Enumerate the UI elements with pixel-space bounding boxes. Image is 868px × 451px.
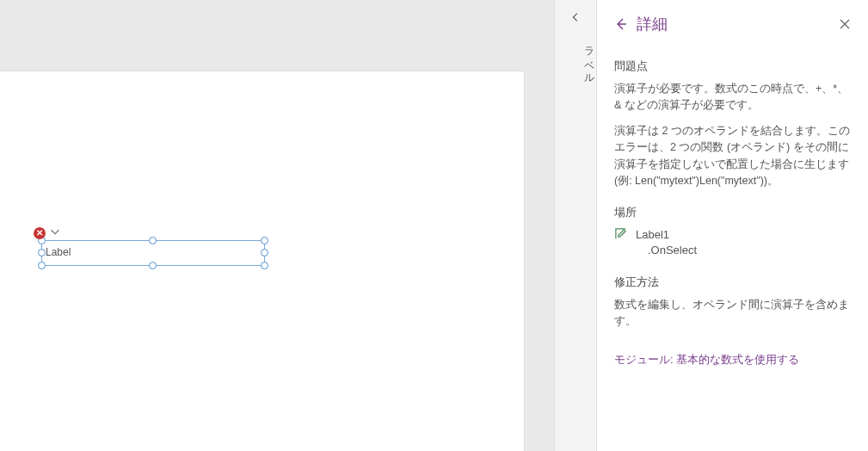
fix-body: 数式を編集し、オペランド間に演算子を含めます。 [614, 297, 851, 331]
tab-label[interactable]: ラベル [555, 40, 596, 80]
issue-heading: 問題点 [614, 59, 851, 74]
location-lines: Label1 .OnSelect [636, 227, 697, 258]
resize-handle-br[interactable] [261, 262, 268, 269]
resize-handle-mr[interactable] [261, 249, 268, 256]
selected-label-control[interactable]: Label ✕ [41, 240, 265, 266]
details-pane: 詳細 問題点 演算子が必要です。数式のこの時点で、+、*、& などの演算子が必要… [597, 0, 868, 451]
canvas-outer: Label ✕ [0, 0, 554, 451]
details-title: 詳細 [637, 14, 668, 34]
resize-handle-bm[interactable] [149, 262, 157, 269]
chevron-down-icon[interactable] [49, 226, 63, 239]
canvas-surface[interactable]: Label ✕ [0, 71, 525, 451]
error-badge-icon[interactable]: ✕ [34, 227, 46, 239]
location-control-name: Label1 [636, 227, 697, 243]
control-text: Label [46, 246, 71, 258]
module-link[interactable]: モジュール: 基本的な数式を使用する [614, 352, 799, 368]
location-heading: 場所 [614, 205, 851, 220]
resize-handle-ml[interactable] [38, 249, 46, 256]
resize-handle-bl[interactable] [38, 262, 46, 269]
collapse-chevron-icon[interactable] [555, 0, 596, 34]
issue-text-1: 演算子が必要です。数式のこの時点で、+、*、& などの演算子が必要です。 [614, 81, 851, 114]
location-row: Label1 .OnSelect [614, 227, 851, 258]
details-header: 詳細 [614, 14, 851, 34]
fix-heading: 修正方法 [614, 275, 851, 290]
edit-formula-icon[interactable] [614, 227, 627, 243]
resize-handle-tm[interactable] [149, 237, 157, 244]
issue-text-2: 演算子は 2 つのオペランドを結合します。このエラーは、2 つの関数 (オペラン… [614, 123, 851, 190]
location-property-name: .OnSelect [636, 243, 697, 258]
back-arrow-icon[interactable] [614, 17, 628, 31]
close-icon[interactable] [839, 18, 851, 30]
side-tab-rail: ラベル [554, 0, 597, 451]
resize-handle-tr[interactable] [261, 237, 268, 244]
